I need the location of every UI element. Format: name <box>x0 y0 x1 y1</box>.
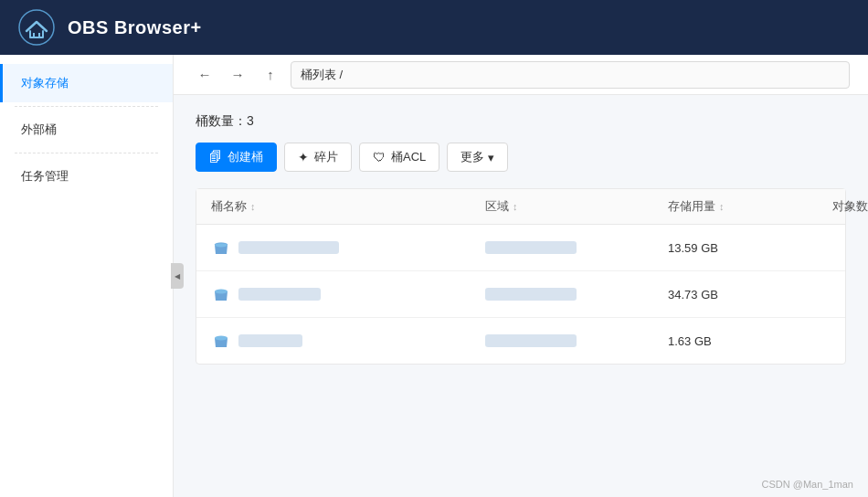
back-button[interactable]: ← <box>192 62 217 88</box>
bucket-name-blurred-1 <box>238 241 339 254</box>
app-header: OBS Browser+ <box>0 0 868 55</box>
chevron-down-icon: ▾ <box>488 151 494 164</box>
shield-icon: 🛡 <box>373 150 386 164</box>
cell-bucket-name-2 <box>196 271 471 317</box>
bucket-icon-1 <box>211 238 231 258</box>
sidebar-item-object-storage[interactable]: 对象存储 <box>0 64 173 102</box>
svg-point-5 <box>215 336 228 341</box>
bucket-icon-2 <box>211 284 231 304</box>
footer-credit: CSDN @Man_1man <box>762 479 853 490</box>
breadcrumb: 桶列表 / <box>291 61 850 89</box>
main-content: ← → ↑ 桶列表 / 桶数量：3 🗐 创建桶 ✦ 碎片 🛡 <box>174 55 868 497</box>
navigation-bar: ← → ↑ 桶列表 / <box>174 55 868 95</box>
col-region: 区域 ↕ <box>471 189 653 224</box>
forward-button[interactable]: → <box>225 62 250 88</box>
sort-icon-name[interactable]: ↕ <box>250 201 256 212</box>
create-bucket-icon: 🗐 <box>209 150 222 164</box>
sidebar-divider-2 <box>15 153 158 153</box>
sidebar-item-task-management[interactable]: 任务管理 <box>0 157 173 196</box>
region-blurred-2 <box>485 288 577 301</box>
col-storage: 存储用量 ↕ <box>653 189 818 224</box>
sort-icon-storage[interactable]: ↕ <box>719 201 725 212</box>
content-area: 桶数量：3 🗐 创建桶 ✦ 碎片 🛡 桶ACL 更多 ▾ <box>174 95 868 383</box>
sort-icon-region[interactable]: ↕ <box>513 201 518 212</box>
fragment-button[interactable]: ✦ 碎片 <box>284 143 352 172</box>
table-header: 桶名称 ↕ 区域 ↕ 存储用量 ↕ 对象数量 ↕ <box>196 189 845 225</box>
cell-bucket-name-1 <box>196 225 471 270</box>
bucket-table: 桶名称 ↕ 区域 ↕ 存储用量 ↕ 对象数量 ↕ <box>196 188 846 365</box>
svg-point-4 <box>215 290 228 294</box>
region-blurred-1 <box>485 241 577 254</box>
bucket-name-blurred-2 <box>238 288 321 301</box>
cell-storage-2: 34.73 GB <box>653 275 818 314</box>
bucket-icon-3 <box>211 331 231 351</box>
up-button[interactable]: ↑ <box>258 62 283 88</box>
sidebar: 对象存储 外部桶 任务管理 <box>0 55 174 497</box>
cell-count-2 <box>818 281 868 307</box>
cell-count-1 <box>818 235 868 260</box>
cell-count-3 <box>818 328 868 354</box>
col-bucket-name: 桶名称 ↕ <box>196 189 471 224</box>
more-button[interactable]: 更多 ▾ <box>447 143 508 172</box>
cell-region-1 <box>471 228 653 267</box>
table-row[interactable]: 34.73 GB <box>196 271 845 318</box>
region-blurred-3 <box>485 334 577 347</box>
cell-bucket-name-3 <box>196 318 471 364</box>
cell-storage-3: 1.63 GB <box>653 322 818 361</box>
app-title: OBS Browser+ <box>68 17 202 38</box>
cell-region-3 <box>471 322 653 360</box>
sidebar-item-external-bucket[interactable]: 外部桶 <box>0 111 173 149</box>
bucket-count: 桶数量：3 <box>196 113 846 130</box>
svg-point-0 <box>19 10 54 45</box>
action-bar: 🗐 创建桶 ✦ 碎片 🛡 桶ACL 更多 ▾ <box>196 143 846 172</box>
cell-region-2 <box>471 275 653 313</box>
sidebar-collapse-button[interactable] <box>171 263 184 289</box>
col-object-count: 对象数量 ↕ <box>818 189 868 224</box>
bucket-acl-button[interactable]: 🛡 桶ACL <box>359 143 439 172</box>
table-row[interactable]: 13.59 GB <box>196 225 845 271</box>
cell-storage-1: 13.59 GB <box>653 228 818 268</box>
bucket-name-blurred-3 <box>238 334 302 347</box>
table-row[interactable]: 1.63 GB <box>196 318 845 364</box>
app-logo-icon <box>18 9 55 46</box>
sidebar-divider-1 <box>15 106 158 107</box>
fragment-icon: ✦ <box>298 150 309 164</box>
create-bucket-button[interactable]: 🗐 创建桶 <box>196 143 277 172</box>
